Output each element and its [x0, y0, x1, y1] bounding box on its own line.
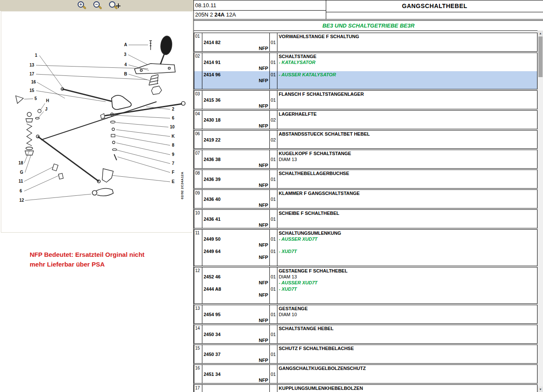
diagram-callout-6[interactable]: 6: [20, 189, 22, 193]
part-number: 2449 50: [202, 236, 269, 242]
diagram-callout-E[interactable]: E: [172, 179, 175, 184]
diagram-callout-K[interactable]: K: [171, 134, 175, 139]
diagram-callout-16[interactable]: 16: [31, 80, 36, 84]
part-entry[interactable]: 122452 46NFP01GESTAENGE F SCHALTHEBELDIA…: [194, 267, 537, 286]
part-number: 2414 91: [202, 59, 269, 65]
part-entry[interactable]: 042430 18NFP02LAGERHAELFTE: [194, 111, 537, 129]
part-description: SCHALTSTANGE: [279, 53, 537, 59]
part-entry[interactable]: 152450 37NFP01SCHUTZ F SCHALTHEBELACHSE: [194, 345, 537, 363]
zoom-pan-button[interactable]: [109, 1, 119, 10]
table-row[interactable]: 162451 34NFP01GANGSCHALTKUGELBOLZENSCHUT…: [194, 364, 537, 384]
table-row[interactable]: 122452 46NFP01GESTAENGE F SCHALTHEBELDIA…: [194, 267, 537, 304]
table-row[interactable]: 092436 40NFP01KLAMMER F GANGSCHALTSTANGE: [194, 189, 537, 209]
part-entry[interactable]: 162451 34NFP01GANGSCHALTKUGELBOLZENSCHUT…: [194, 365, 537, 383]
part-entry[interactable]: 2444 A8NFP01- XUD7T: [194, 286, 537, 303]
part-description: - XUD7T: [279, 286, 537, 292]
part-entry[interactable]: 092436 40NFP01KLAMMER F GANGSCHALTSTANGE: [194, 190, 537, 208]
part-entry[interactable]: 062419 2202ABSTANDSSTUECK SCHALTBET HEBE…: [194, 131, 537, 148]
parts-list-pane: 08.10.11 205N 2 24A 12A GANGSCHALTHEBEL …: [193, 0, 543, 392]
diagram-callout-6[interactable]: 6: [172, 116, 174, 120]
part-description: SCHEIBE F SCHALTHEBEL: [279, 210, 537, 216]
table-row[interactable]: 012414 82NFP01VORWAEHLSTANGE F SCHALTUNG: [194, 33, 537, 52]
part-number-cell: 2430 18NFP: [202, 111, 270, 129]
leader-line: [36, 74, 147, 80]
diagram-callout-13[interactable]: 13: [29, 63, 34, 67]
nfp-flag: NFP: [202, 202, 269, 208]
diagram-callout-H[interactable]: H: [46, 98, 49, 103]
description-cell: ABSTANDSSTUECK SCHALTBET HEBEL: [277, 131, 537, 148]
part-entry[interactable]: 2449 64NFP01- XUD7T: [194, 248, 537, 266]
catalog-date: 08.10.11: [194, 0, 326, 11]
quantity: 01: [270, 305, 277, 323]
diagram-callout-9[interactable]: 9: [172, 152, 174, 157]
table-row[interactable]: 032415 36NFP01FLANSCH F SCHALTSTANGENLAG…: [194, 90, 537, 109]
table-row[interactable]: 042430 18NFP02LAGERHAELFTE: [194, 110, 537, 129]
position-number: 07: [194, 150, 202, 168]
diagram-callout-7[interactable]: 7: [172, 161, 174, 166]
part-entry[interactable]: 2414 96NFP01- AUSSER KATALYSATOR: [194, 71, 537, 89]
table-row[interactable]: 152450 37NFP01SCHUTZ F SCHALTHEBELACHSE: [194, 345, 537, 364]
nfp-note-line1: NFP Bedeutet: Ersatzteil Orginal nicht: [30, 250, 182, 259]
part-entry[interactable]: 142450 34NFP01SCHALTSTANGE HEBEL: [194, 325, 537, 343]
quantity: 01: [270, 71, 277, 89]
part-number: 2436 41: [202, 216, 269, 222]
diagram-callout-1[interactable]: 1: [35, 53, 37, 58]
diagram-callout-10[interactable]: 10: [170, 125, 175, 129]
diagram-callout-8[interactable]: 8: [172, 143, 174, 147]
part-description: LAGERHAELFTE: [279, 111, 537, 117]
table-row[interactable]: 102436 41NFP01SCHEIBE F SCHALTHEBEL: [194, 209, 537, 228]
zoom-in-button[interactable]: +: [77, 1, 87, 10]
part-entry[interactable]: 17KUPPLUNGSUMLENKHEBELBOLZEN: [194, 385, 537, 392]
part-entry[interactable]: 132454 95NFP01GESTAENGEDIAM 10: [194, 305, 537, 323]
diagram-callout-2[interactable]: 2: [172, 107, 174, 111]
nfp-legend-note: NFP Bedeutet: Ersatzteil Orginal nicht m…: [30, 250, 182, 269]
exploded-view-diagram[interactable]: A1313417B16155HJ2610K897FE18G11612 02/92…: [1, 11, 193, 233]
diagram-callout-J[interactable]: J: [45, 107, 48, 111]
diagram-callout-12[interactable]: 12: [19, 198, 24, 203]
leader-line: [25, 194, 91, 200]
table-row[interactable]: 17KUPPLUNGSUMLENKHEBELBOLZEN: [194, 384, 537, 392]
part-number: 2450 34: [202, 331, 269, 337]
vertical-scrollbar[interactable]: ▲ ▼: [537, 31, 543, 392]
part-number-cell: 2450 37NFP: [202, 345, 270, 363]
part-entry[interactable]: 102436 41NFP01SCHEIBE F SCHALTHEBEL: [194, 210, 537, 228]
table-row[interactable]: 022414 91NFP01SCHALTSTANGE- KATALYSATOR2…: [194, 53, 537, 89]
part-description: ABSTANDSSTUECK SCHALTBET HEBEL: [279, 131, 537, 137]
part-entry[interactable]: 112449 50NFP01SCHALTUNGSUMLENKUNG- AUSSE…: [194, 230, 537, 248]
part-number-cell: [202, 385, 270, 392]
diagram-callout-15[interactable]: 15: [29, 88, 34, 93]
part-entry[interactable]: 032415 36NFP01FLANSCH F SCHALTSTANGENLAG…: [194, 91, 537, 109]
table-row[interactable]: 062419 2202ABSTANDSSTUECK SCHALTBET HEBE…: [194, 130, 537, 149]
scroll-down-button[interactable]: ▼: [538, 386, 543, 392]
table-row[interactable]: 142450 34NFP01SCHALTSTANGE HEBEL: [194, 325, 537, 344]
part-entry[interactable]: 022414 91NFP01SCHALTSTANGE- KATALYSATOR: [194, 53, 537, 71]
leader-line: [39, 56, 64, 89]
diagram-callout-G[interactable]: G: [20, 170, 23, 175]
table-row[interactable]: 112449 50NFP01SCHALTUNGSUMLENKUNG- AUSSE…: [194, 229, 537, 266]
quantity: 01: [270, 53, 277, 71]
diagram-callout-A[interactable]: A: [124, 42, 127, 47]
description-cell: SCHEIBE F SCHALTHEBEL: [277, 210, 537, 228]
part-entry[interactable]: 082436 39NFP01SCHALTHEBELLAGERBUCHSE: [194, 170, 537, 188]
position-number: 17: [194, 385, 202, 392]
diagram-callout-18[interactable]: 18: [18, 161, 23, 165]
scroll-up-button[interactable]: ▲: [538, 31, 543, 36]
diagram-callout-17[interactable]: 17: [29, 72, 34, 76]
diagram-callout-3[interactable]: 3: [124, 52, 126, 57]
diagram-callout-B[interactable]: B: [124, 72, 127, 76]
part-entry[interactable]: 072436 38NFP01KUGELKOPF F SCHALTSTANGEDI…: [194, 150, 537, 168]
diagram-callout-5[interactable]: 5: [34, 96, 37, 101]
table-row[interactable]: 072436 38NFP01KUGELKOPF F SCHALTSTANGEDI…: [194, 150, 537, 169]
scrollbar-thumb[interactable]: [538, 36, 543, 77]
part-number: 2415 36: [202, 97, 269, 103]
diagram-callout-4[interactable]: 4: [124, 62, 127, 67]
table-row[interactable]: 082436 39NFP01SCHALTHEBELLAGERBUCHSE: [194, 170, 537, 189]
part-number-cell: 2449 50NFP: [202, 230, 270, 248]
table-row[interactable]: 132454 95NFP01GESTAENGEDIAM 10: [194, 305, 537, 324]
part-number: 2449 64: [202, 248, 269, 254]
diagram-callout-F[interactable]: F: [172, 170, 174, 175]
diagram-callout-11[interactable]: 11: [19, 179, 23, 183]
nfp-flag: NFP: [202, 357, 269, 363]
zoom-out-button[interactable]: −: [93, 1, 103, 10]
part-entry[interactable]: 012414 82NFP01VORWAEHLSTANGE F SCHALTUNG: [194, 33, 537, 51]
